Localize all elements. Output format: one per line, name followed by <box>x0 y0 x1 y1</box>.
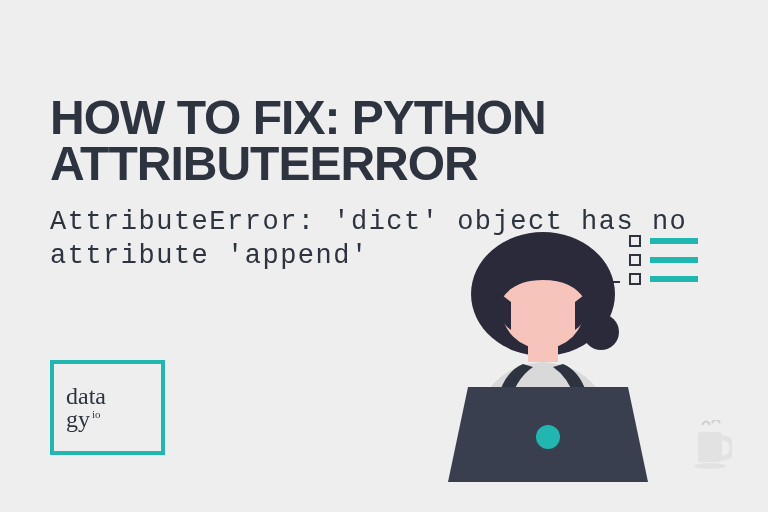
svg-rect-5 <box>698 432 722 462</box>
logo-line-2: gyio <box>66 408 161 431</box>
title-line-1: How to Fix: Python <box>50 95 546 141</box>
mug-icon <box>692 420 732 470</box>
datagy-logo: data gyio <box>50 360 165 455</box>
title-line-2: AttributeError <box>50 141 546 187</box>
svg-point-4 <box>536 425 560 449</box>
svg-point-6 <box>694 463 726 469</box>
logo-line-1: data <box>66 385 161 408</box>
person-laptop-illustration <box>373 222 713 482</box>
svg-point-1 <box>583 314 619 350</box>
main-title: How to Fix: Python AttributeError <box>50 95 546 186</box>
